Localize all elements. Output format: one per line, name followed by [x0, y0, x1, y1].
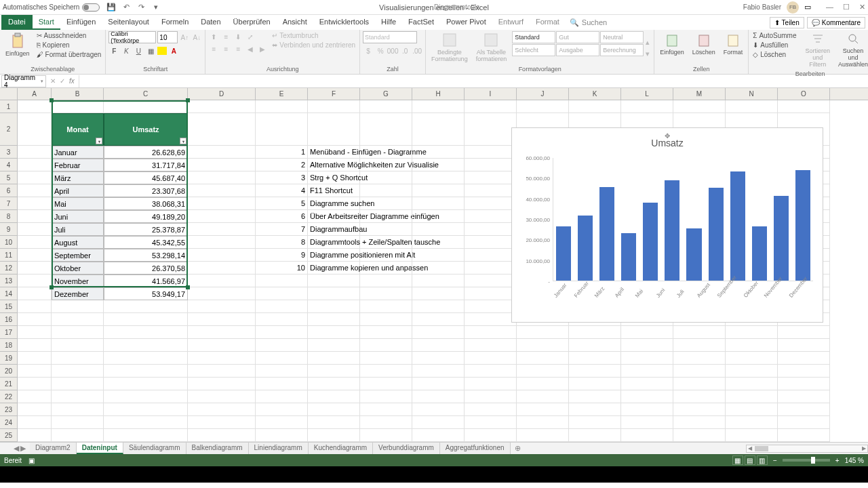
cell-G6[interactable]: [360, 184, 412, 197]
save-icon[interactable]: 💾: [106, 3, 116, 12]
cell-H19[interactable]: [412, 352, 465, 365]
col-header-H[interactable]: H: [412, 88, 465, 100]
cell-F16[interactable]: [308, 313, 360, 326]
row-header-9[interactable]: 9: [0, 223, 17, 236]
cell-H16[interactable]: [412, 313, 465, 326]
cell-N18[interactable]: [726, 339, 778, 352]
cell-O20[interactable]: [778, 365, 830, 378]
cell-F11[interactable]: Diagramme positionieren mit Alt: [308, 249, 360, 262]
cell-H22[interactable]: [412, 390, 465, 403]
bar-April[interactable]: [621, 233, 636, 281]
cell-A9[interactable]: [18, 223, 52, 236]
sheet-tab-säulendiagramm[interactable]: Säulendiagramm: [123, 443, 186, 454]
row-header-15[interactable]: 15: [0, 300, 17, 313]
cell-E13[interactable]: [256, 274, 308, 287]
cell-B4[interactable]: Februar: [52, 159, 104, 171]
cell-D14[interactable]: [188, 287, 256, 300]
cell-B5[interactable]: März: [52, 171, 104, 184]
cell-C9[interactable]: 25.378,87: [104, 223, 188, 236]
cell-D23[interactable]: [188, 403, 256, 416]
cell-C8[interactable]: 49.189,20: [104, 210, 188, 223]
tab-daten[interactable]: Daten: [195, 15, 226, 30]
cell-F1[interactable]: [308, 100, 360, 113]
number-format-select[interactable]: Standard: [363, 31, 417, 43]
clear-button[interactable]: ◇Löschen: [751, 50, 797, 59]
cell-F22[interactable]: [308, 390, 360, 403]
cell-C4[interactable]: 31.717,84: [104, 159, 188, 171]
cell-O21[interactable]: [778, 378, 830, 390]
macro-record-icon[interactable]: ▣: [28, 457, 35, 464]
orientation-icon[interactable]: ⤢: [245, 31, 256, 42]
cell-G17[interactable]: [360, 326, 412, 339]
row-header-21[interactable]: 21: [0, 378, 17, 390]
indent-left-icon[interactable]: ◀: [245, 43, 256, 54]
col-header-K[interactable]: K: [569, 88, 621, 100]
cell-A3[interactable]: [18, 146, 52, 159]
bar-Juli[interactable]: [686, 228, 701, 281]
cell-A5[interactable]: [18, 171, 52, 184]
row-header-24[interactable]: 24: [0, 416, 17, 429]
row-header-16[interactable]: 16: [0, 313, 17, 326]
cell-C18[interactable]: [104, 339, 188, 352]
font-color-button[interactable]: A: [168, 45, 179, 56]
cell-E10[interactable]: 8: [256, 236, 308, 249]
cell-D2[interactable]: [188, 113, 256, 146]
insert-cells-button[interactable]: Einfügen: [657, 31, 687, 64]
sheet-nav-prev-icon[interactable]: ◀: [14, 444, 19, 453]
cell-I12[interactable]: [465, 262, 517, 274]
tab-hilfe[interactable]: Hilfe: [375, 15, 402, 30]
cell-G23[interactable]: [360, 403, 412, 416]
cell-F14[interactable]: [308, 287, 360, 300]
cell-K21[interactable]: [569, 378, 621, 390]
cell-F4[interactable]: Alternative Möglichkeiten zur Visualisie: [308, 159, 360, 171]
cell-G2[interactable]: [360, 113, 412, 146]
zoom-in-icon[interactable]: +: [835, 457, 840, 464]
cell-G15[interactable]: [360, 300, 412, 313]
share-button[interactable]: ⬆ Teilen: [770, 17, 804, 28]
zoom-out-icon[interactable]: −: [773, 457, 777, 464]
col-header-M[interactable]: M: [673, 88, 726, 100]
cell-F15[interactable]: [308, 300, 360, 313]
tab-entwicklertools[interactable]: Entwicklertools: [313, 15, 375, 30]
cell-I15[interactable]: [465, 300, 517, 313]
cell-A18[interactable]: [18, 339, 52, 352]
cell-I21[interactable]: [465, 378, 517, 390]
minimize-icon[interactable]: —: [826, 3, 833, 12]
row-header-8[interactable]: 8: [0, 210, 17, 223]
cell-E18[interactable]: [256, 339, 308, 352]
add-sheet-button[interactable]: ⊕: [511, 443, 525, 454]
cell-K17[interactable]: [569, 326, 621, 339]
cell-B17[interactable]: [52, 326, 104, 339]
cell-H21[interactable]: [412, 378, 465, 390]
cell-L18[interactable]: [621, 339, 673, 352]
cell-E9[interactable]: 7: [256, 223, 308, 236]
cell-G22[interactable]: [360, 390, 412, 403]
cell-L20[interactable]: [621, 365, 673, 378]
cell-K22[interactable]: [569, 390, 621, 403]
zoom-slider[interactable]: [783, 459, 830, 462]
cell-J1[interactable]: [517, 100, 569, 113]
cell-L17[interactable]: [621, 326, 673, 339]
tab-formeln[interactable]: Formeln: [155, 15, 195, 30]
cell-D7[interactable]: [188, 197, 256, 210]
cell-I14[interactable]: [465, 287, 517, 300]
bar-Mai[interactable]: [643, 203, 658, 281]
cell-G8[interactable]: [360, 210, 412, 223]
cell-I17[interactable]: [465, 326, 517, 339]
cell-N19[interactable]: [726, 352, 778, 365]
increase-font-icon[interactable]: A↑: [179, 32, 190, 43]
wrap-text-button[interactable]: ↵Textumbruch: [271, 31, 357, 40]
cell-A23[interactable]: [18, 403, 52, 416]
row-header-2[interactable]: 2: [0, 113, 17, 146]
cell-H17[interactable]: [412, 326, 465, 339]
cell-D20[interactable]: [188, 365, 256, 378]
cell-B10[interactable]: August: [52, 236, 104, 249]
cell-G13[interactable]: [360, 274, 412, 287]
cell-I16[interactable]: [465, 313, 517, 326]
col-header-N[interactable]: N: [726, 88, 778, 100]
cell-I20[interactable]: [465, 365, 517, 378]
page-layout-icon[interactable]: ▤: [745, 455, 755, 465]
cell-L1[interactable]: [621, 100, 673, 113]
tab-factset[interactable]: FactSet: [402, 15, 440, 30]
bar-November[interactable]: [774, 196, 789, 281]
